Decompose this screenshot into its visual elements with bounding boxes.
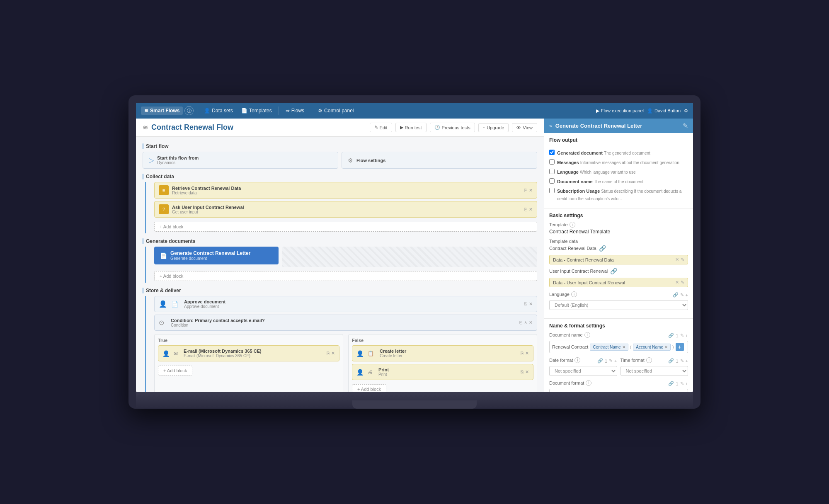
user-input-tag-x[interactable]: ✕ (675, 280, 679, 285)
doc-format-edit-icon[interactable]: ✎ (680, 381, 684, 386)
delete-icon-2[interactable]: ✕ (529, 207, 533, 212)
upgrade-button[interactable]: ↑ Upgrade (478, 123, 509, 132)
language-checkbox[interactable] (549, 169, 555, 174)
nav-flows[interactable]: ⇒ Flows (282, 107, 308, 115)
nav-control-panel[interactable]: ⚙ Control panel (315, 107, 357, 115)
language-edit-icon[interactable]: ✎ (680, 292, 684, 298)
email-info: E-mail (Microsoft Dynamics 365 CE) E-mai… (184, 349, 262, 358)
run-test-button[interactable]: ▶ Run test (395, 123, 427, 132)
date-info-icon[interactable]: i (574, 357, 580, 363)
brand-logo[interactable]: ≋ Smart Flows (141, 107, 183, 115)
delete-icon-3[interactable]: ✕ (529, 301, 533, 307)
flows-icon: ⇒ (286, 108, 290, 114)
document-format-select[interactable]: PDF document (*.pdf) (549, 389, 688, 392)
doc-name-link-icon[interactable]: 🔗 (668, 333, 674, 338)
delete-icon-4[interactable]: ✕ (529, 320, 533, 325)
delete-icon-7[interactable]: ✕ (525, 369, 529, 375)
create-letter-block[interactable]: 👤 📋 Create letter Create letter (352, 345, 533, 361)
view-button[interactable]: 👁 View (512, 123, 537, 132)
copy-icon-7[interactable]: ⎘ (521, 369, 524, 375)
template-info-icon[interactable]: i (570, 222, 575, 228)
contract-name-x[interactable]: ✕ (622, 345, 625, 349)
date-add-icon[interactable]: + (614, 359, 617, 363)
date-format-select[interactable]: Not specified (549, 366, 617, 376)
letter-user-icon: 👤 (356, 350, 364, 357)
copy-icon-5[interactable]: ⎘ (327, 351, 330, 356)
contract-tag-edit[interactable]: ✎ (681, 257, 684, 262)
doc-name-tag-input[interactable]: Renewal Contract Contract Name ✕ ( Accou… (549, 341, 688, 353)
doc-format-add-icon[interactable]: + (686, 381, 688, 386)
panel-edit-icon[interactable]: ✎ (683, 122, 688, 130)
flow-execution-panel-btn[interactable]: ▶ Flow execution panel (596, 108, 644, 114)
flow-settings-block[interactable]: ⚙ Flow settings (342, 152, 537, 169)
email-block[interactable]: 👤 ✉ E-mail (Microsoft Dynamics 365 CE) E… (158, 345, 339, 361)
user-input-link-icon[interactable]: 🔗 (610, 268, 617, 274)
copy-icon-2[interactable]: ⎘ (524, 207, 527, 212)
messages-checkbox[interactable] (549, 159, 555, 165)
edit-button[interactable]: ✎ Edit (370, 123, 392, 132)
user-input-tag-edit[interactable]: ✎ (681, 280, 684, 285)
template-field: Template i Contract Renewal Template (549, 222, 688, 235)
subscription-checkbox[interactable] (549, 188, 555, 193)
delete-icon-6[interactable]: ✕ (525, 351, 529, 356)
delete-icon-5[interactable]: ✕ (331, 351, 335, 356)
date-edit-icon[interactable]: ✎ (609, 358, 613, 363)
settings-btn[interactable]: ⚙ (684, 108, 688, 114)
info-button[interactable]: ⓘ (184, 106, 194, 115)
doc-name-add-icon[interactable]: + (686, 333, 688, 338)
doc-name-checkbox[interactable] (549, 178, 555, 184)
time-info-icon[interactable]: i (646, 357, 652, 363)
collapse-icon[interactable]: ∧ (524, 320, 527, 325)
add-block-generate[interactable]: + Add block (154, 271, 537, 281)
copy-icon[interactable]: ⎘ (524, 188, 527, 193)
doc-name-number-icon[interactable]: 1 (676, 333, 678, 338)
doc-name-info-icon[interactable]: i (584, 332, 590, 338)
user-menu[interactable]: 👤 David Button (647, 108, 681, 114)
panel-collapse-button[interactable]: » (549, 123, 552, 129)
language-link-icon[interactable]: 🔗 (673, 292, 679, 298)
generated-doc-checkbox[interactable] (549, 150, 555, 155)
add-block-collect[interactable]: + Add block (154, 222, 537, 232)
time-edit-icon[interactable]: ✎ (680, 358, 684, 363)
doc-format-link-icon[interactable]: 🔗 (668, 381, 674, 386)
add-tag-button[interactable]: + (676, 343, 684, 351)
nav-templates[interactable]: 📄 Templates (238, 107, 275, 115)
copy-icon-3[interactable]: ⎘ (524, 301, 527, 307)
generate-letter-block[interactable]: 📄 Generate Contract Renewal Letter Gener… (154, 247, 279, 264)
date-link-icon[interactable]: 🔗 (597, 358, 603, 363)
approve-block[interactable]: 👤 📄 Approve document Approve document ⎘ (154, 296, 537, 312)
doc-format-1-icon[interactable]: 1 (676, 381, 678, 386)
language-info-icon[interactable]: i (571, 291, 577, 297)
add-block-false[interactable]: + Add block (352, 384, 386, 392)
language-add-icon[interactable]: + (686, 293, 688, 298)
ask-user-block-left: ? Ask User Input Contract Renewal Get us… (159, 204, 244, 214)
start-from-block[interactable]: ▷ Start this flow from Dynamics (143, 152, 338, 169)
ask-user-info: Ask User Input Contract Renewal Get user… (172, 205, 244, 214)
previous-tests-button[interactable]: 🕐 Previous tests (430, 123, 475, 132)
date-1-icon[interactable]: 1 (605, 359, 607, 363)
contract-link-icon[interactable]: 🔗 (599, 245, 606, 252)
basic-settings-title: Basic settings (549, 213, 688, 218)
doc-name-edit-icon[interactable]: ✎ (680, 333, 684, 338)
nav-datasets[interactable]: 👤 Data sets (201, 107, 236, 115)
user-input-data-tag: Data - User Input Contract Renewal ✕ ✎ (549, 278, 688, 287)
ask-user-block[interactable]: ? Ask User Input Contract Renewal Get us… (154, 201, 537, 218)
delete-icon[interactable]: ✕ (529, 188, 533, 193)
store-deliver-blocks: 👤 📄 Approve document Approve document ⎘ (145, 296, 537, 392)
time-1-icon[interactable]: 1 (676, 359, 678, 363)
collapse-output-icon[interactable]: − (686, 139, 688, 144)
time-add-icon[interactable]: + (686, 359, 688, 363)
account-name-x[interactable]: ✕ (664, 345, 668, 349)
doc-format-info-icon[interactable]: i (586, 380, 591, 386)
time-format-select[interactable]: Not specified (621, 366, 688, 376)
condition-block[interactable]: ⊙ Condition: Primary contact accepts e-m… (154, 315, 537, 331)
time-link-icon[interactable]: 🔗 (668, 358, 674, 363)
retrieve-block[interactable]: ≡ Retrieve Contract Renewal Data Retriev… (154, 182, 537, 199)
copy-icon-6[interactable]: ⎘ (521, 351, 524, 356)
language-select[interactable]: Default (English) (549, 300, 688, 310)
copy-icon-4[interactable]: ⎘ (519, 320, 522, 325)
print-block[interactable]: 👤 🖨 Print Print ⎘ (352, 364, 533, 380)
add-block-true[interactable]: + Add block (158, 366, 192, 376)
flow-output-section-header: Flow output − (549, 137, 688, 146)
contract-tag-x[interactable]: ✕ (675, 257, 679, 262)
